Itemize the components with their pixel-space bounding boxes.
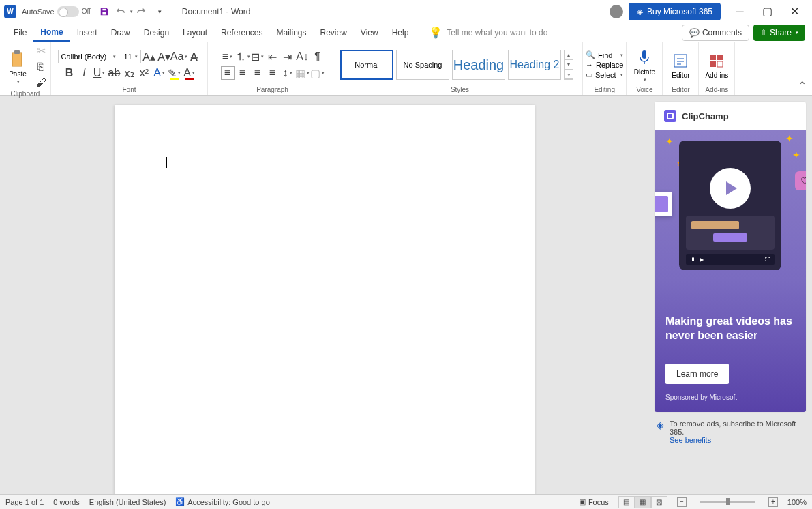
change-case-icon[interactable]: Aa▾	[172, 50, 186, 63]
svg-rect-5	[717, 55, 723, 60]
redo-icon[interactable]	[134, 5, 148, 18]
grow-font-icon[interactable]: A▴	[142, 50, 156, 63]
select-button[interactable]: ▭Select▾	[586, 70, 623, 79]
collapse-ribbon-icon[interactable]: ⌃	[798, 79, 807, 92]
save-icon[interactable]	[97, 5, 111, 18]
clip-icon	[654, 192, 672, 216]
paste-button[interactable]: Paste ▾	[3, 48, 33, 86]
tab-home[interactable]: Home	[33, 23, 70, 42]
share-button[interactable]: ⇧ Share ▾	[753, 25, 805, 41]
underline-button[interactable]: U▾	[93, 66, 106, 80]
document-scroll[interactable]	[0, 96, 648, 494]
numbering-icon[interactable]: ⒈▾	[236, 50, 250, 63]
highlight-color-icon[interactable]: ✎▾	[168, 66, 181, 80]
style-normal[interactable]: Normal	[340, 50, 393, 80]
clipboard-label: Clipboard	[3, 90, 48, 99]
language[interactable]: English (United States)	[89, 498, 166, 506]
strikethrough-button[interactable]: ab	[108, 66, 121, 80]
autosave-toggle[interactable]	[57, 6, 79, 17]
tab-view[interactable]: View	[354, 23, 385, 42]
comments-button[interactable]: 💬 Comments	[682, 25, 749, 41]
superscript-button[interactable]: x²	[138, 66, 151, 80]
accessibility-status[interactable]: ♿Accessibility: Good to go	[175, 497, 269, 506]
styles-scroll[interactable]: ▴▾⌄	[564, 50, 573, 80]
editor-button[interactable]: Editor	[665, 46, 695, 84]
minimize-button[interactable]: ─	[726, 2, 753, 21]
tell-me-input[interactable]: Tell me what you want to do	[447, 28, 547, 38]
bullets-icon[interactable]: ≡▾	[221, 50, 235, 63]
line-spacing-icon[interactable]: ↕▾	[281, 66, 295, 80]
style-heading1[interactable]: Heading	[452, 50, 505, 80]
bold-button[interactable]: B	[63, 66, 76, 80]
tab-layout[interactable]: Layout	[176, 23, 214, 42]
tab-review[interactable]: Review	[314, 23, 354, 42]
dictate-button[interactable]: Dictate ▾	[629, 46, 659, 84]
user-avatar[interactable]	[610, 5, 623, 18]
undo-dropdown[interactable]: ▾	[130, 9, 133, 14]
diamond-icon: ◈	[657, 420, 664, 444]
zoom-out-button[interactable]: −	[677, 497, 687, 507]
zoom-slider[interactable]	[700, 501, 755, 503]
view-buttons: ▤ ▦ ▧	[618, 496, 667, 508]
select-icon: ▭	[586, 70, 592, 79]
web-layout-icon[interactable]: ▧	[651, 496, 667, 508]
font-size-combo[interactable]: 11▾	[121, 50, 141, 63]
zoom-level[interactable]: 100%	[787, 498, 807, 506]
tab-references[interactable]: References	[214, 23, 269, 42]
increase-indent-icon[interactable]: ⇥	[281, 50, 295, 63]
italic-button[interactable]: I	[78, 66, 91, 80]
copy-icon[interactable]: ⎘	[34, 60, 48, 74]
style-heading2[interactable]: Heading 2	[508, 50, 561, 80]
align-center-icon[interactable]: ≡	[236, 66, 250, 80]
group-voice: Dictate ▾ Voice	[627, 42, 663, 95]
focus-mode[interactable]: ▣Focus	[579, 497, 609, 506]
diamond-icon: ◈	[637, 7, 643, 16]
align-left-icon[interactable]: ≡	[221, 66, 235, 80]
find-button[interactable]: 🔍Find▾	[586, 50, 623, 59]
maximize-button[interactable]: ▢	[753, 2, 781, 21]
show-marks-icon[interactable]: ¶	[311, 50, 325, 63]
page-count[interactable]: Page 1 of 1	[5, 498, 44, 506]
ad-illustration: ✦ ✦ ✦ ★ ★ ⏸▶⛶ ♡	[655, 130, 806, 280]
borders-icon[interactable]: ▢▾	[311, 66, 325, 80]
sort-icon[interactable]: A↓	[296, 50, 310, 63]
format-painter-icon[interactable]: 🖌	[34, 76, 48, 90]
font-name-combo[interactable]: Calibri (Body)▾	[58, 50, 119, 63]
multilevel-list-icon[interactable]: ⊟▾	[251, 50, 265, 63]
decrease-indent-icon[interactable]: ⇤	[266, 50, 280, 63]
paragraph-group-label: Paragraph	[211, 86, 334, 95]
tab-mailings[interactable]: Mailings	[269, 23, 313, 42]
style-no-spacing[interactable]: No Spacing	[396, 50, 449, 80]
tab-insert[interactable]: Insert	[70, 23, 104, 42]
ad-brand: ClipChamp	[682, 111, 729, 121]
font-color-icon[interactable]: A▾	[183, 66, 196, 80]
clipchamp-logo-icon	[664, 110, 676, 122]
buy-microsoft-365-button[interactable]: ◈ Buy Microsoft 365	[629, 3, 721, 20]
clear-formatting-icon[interactable]: A̶	[187, 50, 201, 63]
replace-button[interactable]: ↔Replace	[586, 61, 623, 69]
learn-more-button[interactable]: Learn more	[665, 364, 729, 384]
cut-icon[interactable]: ✂	[34, 44, 48, 57]
tab-design[interactable]: Design	[137, 23, 176, 42]
tab-file[interactable]: File	[7, 23, 33, 42]
text-effects-icon[interactable]: A▾	[153, 66, 166, 80]
shrink-font-icon[interactable]: A▾	[157, 50, 171, 63]
qat-customize-icon[interactable]: ▾	[153, 5, 167, 18]
undo-icon[interactable]	[114, 5, 127, 18]
see-benefits-link[interactable]: See benefits	[670, 436, 711, 444]
tab-help[interactable]: Help	[385, 23, 416, 42]
close-button[interactable]: ✕	[781, 2, 808, 21]
align-right-icon[interactable]: ≡	[251, 66, 265, 80]
print-layout-icon[interactable]: ▦	[635, 496, 651, 508]
addins-button[interactable]: Add-ins	[702, 46, 732, 84]
justify-icon[interactable]: ≡	[266, 66, 280, 80]
word-count[interactable]: 0 words	[53, 498, 80, 506]
subscript-button[interactable]: x₂	[123, 66, 136, 80]
document-page[interactable]	[115, 105, 535, 494]
ribbon-tabs: File Home Insert Draw Design Layout Refe…	[0, 23, 812, 42]
read-mode-icon[interactable]: ▤	[618, 496, 635, 508]
zoom-in-button[interactable]: +	[768, 497, 778, 507]
tab-draw[interactable]: Draw	[104, 23, 137, 42]
find-label: Find	[598, 51, 612, 59]
shading-icon[interactable]: ▦▾	[296, 66, 310, 80]
